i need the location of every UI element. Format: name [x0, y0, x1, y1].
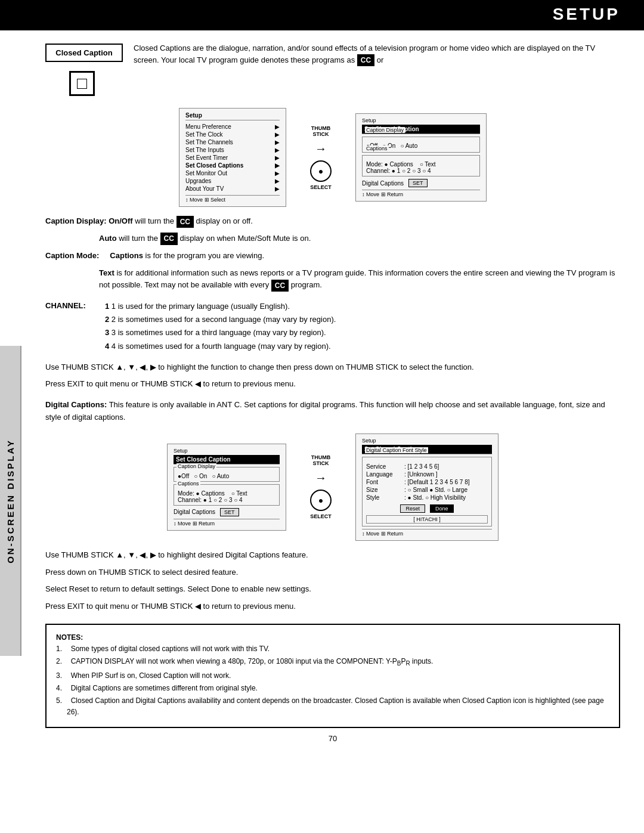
scc2-set-btn[interactable]: SET: [220, 508, 239, 516]
dcfs-font-label: Font: [366, 479, 402, 485]
arrow-1: THUMBSTICK → ● SELECT: [310, 125, 332, 190]
scc2-mode-row: Mode: ● Captions ○ Text: [178, 490, 275, 497]
caption-display-bold: Caption Display: On/Off: [45, 216, 133, 225]
notes-section: NOTES: 1. Some types of digital closed c…: [45, 624, 620, 728]
auto-para: Auto will turn the CC display on when Mu…: [99, 233, 620, 245]
press-exit-text: Press EXIT to quit menu or THUMB STICK ◀…: [45, 378, 620, 391]
menu-item-clock: Set The Clock▶: [185, 131, 280, 138]
dcfs-rows: Service : [1 2 3 4 5 6] Language : [Unkn…: [366, 463, 488, 501]
menu-item-upgrades: Upgrades▶: [185, 177, 280, 185]
notes-list: 1. Some types of digital closed captions…: [56, 643, 609, 718]
bottom-text-section: Use THUMB STICK ▲, ▼, ◀, ▶ to highlight …: [45, 549, 620, 613]
sidebar-label: ON-SCREEN DISPLAY: [0, 346, 21, 656]
dcfs-style-val: : ● Std. ○ High Visibility: [404, 494, 466, 501]
top-diagrams-section: Setup Menu Preference▶ Set The Clock▶ Se…: [45, 108, 620, 207]
text-rest: is for additional information such as ne…: [99, 268, 615, 290]
caption-display-end: display on or off.: [196, 216, 253, 225]
cc-icon-4: CC: [271, 280, 289, 292]
cc-icon-2: CC: [177, 216, 194, 228]
channel-3: 3 3 is sometimes used for a third langua…: [105, 326, 336, 339]
scc2-cd-off: ●Off: [178, 473, 189, 479]
scc2-channel-label: Channel:: [178, 497, 203, 503]
bt-line1: Use THUMB STICK ▲, ▼, ◀, ▶ to highlight …: [45, 549, 620, 562]
scc1-digital-label: Digital Captions: [362, 180, 404, 187]
dcfs-group: Digital Caption Font Style Service : [1 …: [362, 457, 492, 527]
dcfs-font-row: Font : [Default 1 2 3 4 5 6 7 8]: [366, 479, 488, 485]
scc2-mode-captions: ● Captions: [196, 490, 225, 497]
text-end: program.: [291, 280, 322, 289]
page-number: 70: [45, 734, 620, 743]
dcfs-reset-btn[interactable]: Reset: [400, 504, 425, 513]
bt-line3: Select Reset to return to default settin…: [45, 583, 620, 596]
cc-icon-inline: CC: [357, 54, 374, 66]
auto-rest: will turn the: [119, 234, 158, 243]
caption-display-rest: will turn the: [135, 216, 174, 225]
scc2-cd-group: Caption Display ●Off ○ On ○ Auto: [174, 467, 280, 482]
cc-row: Closed Caption Closed Captions are the d…: [45, 42, 620, 66]
cc-label-box: Closed Caption: [45, 44, 123, 62]
bottom-diagrams-section: Setup Set Closed Caption Caption Display…: [45, 433, 620, 541]
caption-mode-para: Caption Mode: Captions is for the progra…: [45, 250, 620, 262]
menu-item-inputs: Set The Inputs▶: [185, 146, 280, 154]
scc2-captions-group-title: Captions: [177, 481, 200, 487]
dcfs-service-label: Service: [366, 463, 402, 470]
scc1-set-btn[interactable]: SET: [408, 179, 428, 187]
scc2-parent: Setup: [174, 448, 280, 455]
thumb-stick-section: Use THUMB STICK ▲, ▼, ◀, ▶ to highlight …: [45, 361, 620, 391]
scc2-cd-row: ●Off ○ On ○ Auto: [178, 473, 275, 479]
note-item-2: 2. CAPTION DISPLAY will not work when vi…: [56, 656, 609, 668]
scc1-mode-captions: ● Captions: [385, 161, 413, 168]
scc2-cd-auto: ○ Auto: [212, 473, 229, 479]
dcfs-language-row: Language : [Unknown ]: [366, 471, 488, 478]
arrow-bottom-text-1: SELECT: [310, 184, 332, 190]
dcfs-language-label: Language: [366, 471, 402, 478]
dcfs-style-row: Style : ● Std. ○ High Visibility: [366, 494, 488, 501]
dcfs-parent: Setup: [362, 438, 492, 445]
caption-display-para: Caption Display: On/Off will turn the CC…: [45, 215, 620, 228]
scc1-channel-label: Channel:: [366, 168, 392, 174]
menu-footer-1: ↕ Move ⊞ Select: [185, 195, 280, 203]
dcfs-language-val: : [Unknown ]: [404, 471, 438, 478]
scc2-footer: ↕ Move ⊞ Return: [174, 519, 280, 527]
scc1-channel-opts: ● 1 ○ 2 ○ 3 ○ 4: [392, 168, 431, 174]
setup-menu-box: Setup Menu Preference▶ Set The Clock▶ Se…: [179, 108, 286, 207]
cc-desc2: or: [377, 55, 384, 64]
page-header: SETUP: [0, 0, 644, 30]
scc2-channel-row: Channel: ● 1 ○ 2 ○ 3 ○ 4: [178, 497, 275, 503]
thumb-stick-text: Use THUMB STICK ▲, ▼, ◀, ▶ to highlight …: [45, 361, 620, 374]
scc1-digital-row: Digital Captions SET: [362, 179, 480, 187]
scc1-mode-text: ○ Text: [420, 161, 436, 168]
channel-bold: CHANNEL:: [45, 301, 86, 310]
arrow-circle-2: ●: [310, 490, 332, 511]
body-section-1: Caption Display: On/Off will turn the CC…: [45, 215, 620, 292]
dcfs-group-title: Digital Caption Font Style: [365, 447, 428, 453]
scc2-digital-row: Digital Captions SET: [174, 508, 280, 516]
dcfs-style-label: Style: [366, 494, 402, 501]
digital-captions-rest: This feature is only available in ANT C.…: [45, 400, 605, 422]
scc1-cd-group-title: Caption Display: [365, 127, 405, 133]
menu-item-monitor: Set Monitor Out▶: [185, 169, 280, 177]
arrow-top-text-2: THUMBSTICK: [311, 454, 331, 466]
digital-captions-bold: Digital Captions:: [45, 400, 107, 409]
scc1-cd-auto: ○ Auto: [400, 143, 417, 149]
channel-list: 1 1 is used for the primary language (us…: [105, 300, 336, 352]
cc-large-icon: □: [69, 71, 95, 96]
arrow-circle-1: ●: [310, 160, 332, 182]
dcfs-size-row: Size : ○ Small ● Std. ○ Large: [366, 487, 488, 493]
scc1-captions-group-title: Captions: [365, 145, 389, 151]
scc1-parent: Setup: [362, 117, 480, 125]
scc2-cd-on: ○ On: [194, 473, 207, 479]
dcfs-service-row: Service : [1 2 3 4 5 6]: [366, 463, 488, 470]
menu-item-event-timer: Set Event Timer▶: [185, 154, 280, 162]
dcfs-footer: ↕ Move ⊞ Return: [362, 529, 492, 537]
scc2-digital-label: Digital Captions: [174, 509, 215, 515]
scc1-mode-label: Mode:: [366, 161, 385, 168]
menu-item-about: About Your TV▶: [185, 185, 280, 193]
channel-2: 2 2 is sometimes used for a second langu…: [105, 313, 336, 326]
cc-large-icon-area: □: [69, 66, 620, 96]
note-item-4: 4. Digital Captions are sometimes differ…: [56, 683, 609, 694]
menu-item-menu-pref: Menu Preference▶: [185, 123, 280, 131]
set-cc-box-1: Setup Set Closed Caption Caption Display…: [355, 113, 487, 202]
digital-captions-para: Digital Captions: This feature is only a…: [45, 399, 620, 424]
dcfs-done-btn[interactable]: Done: [430, 504, 454, 513]
